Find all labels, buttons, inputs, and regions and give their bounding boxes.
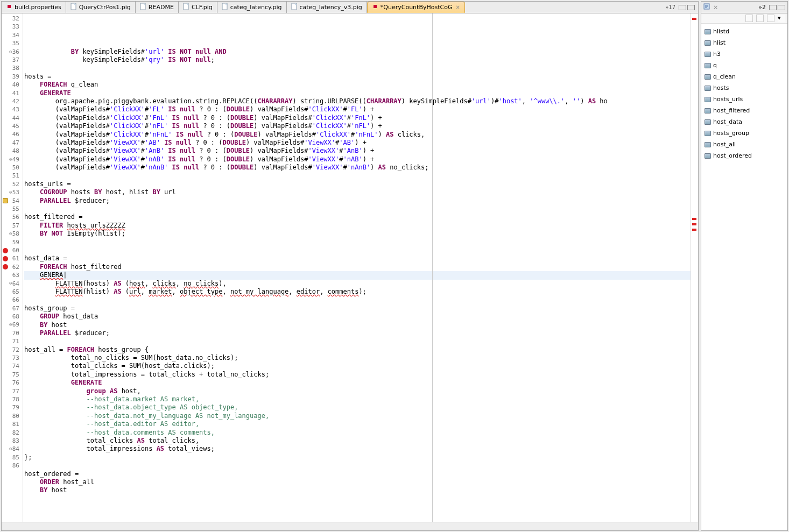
line-number[interactable]: 68 — [2, 313, 23, 321]
code-line[interactable]: PARALLEL $reducer; — [24, 329, 691, 337]
code-line[interactable]: hosts_group = — [24, 304, 691, 313]
line-number[interactable]: 46 — [2, 130, 23, 138]
outline-item-hosts[interactable]: hosts — [705, 82, 784, 94]
outline-close-icon[interactable]: × — [713, 4, 718, 11]
line-number[interactable]: 38 — [2, 64, 23, 72]
outline-item-host_ordered[interactable]: host_ordered — [705, 150, 784, 161]
outline-overflow-indicator[interactable]: »2 — [758, 4, 766, 11]
code-line[interactable]: PARALLEL $reducer; — [24, 197, 691, 205]
line-number[interactable]: 60 — [2, 246, 23, 254]
sort-az-icon[interactable] — [767, 15, 774, 22]
code-line[interactable]: total_clicks AS total_clicks, — [24, 437, 691, 445]
outline-item-hlistd[interactable]: hlistd — [705, 26, 784, 37]
line-number[interactable]: 64⊖ — [2, 280, 23, 288]
code-line[interactable]: FILTER hosts_urlsZZZZZ — [24, 222, 691, 230]
line-number[interactable]: 58⊖ — [2, 230, 23, 238]
code-line[interactable]: FLATTEN(hlist) AS (url, market, object_t… — [24, 288, 691, 296]
code-line[interactable] — [24, 337, 691, 345]
error-marker-icon[interactable] — [3, 264, 8, 269]
line-number[interactable]: 45 — [2, 122, 23, 130]
line-number[interactable]: 48 — [2, 147, 23, 155]
code-line[interactable] — [24, 462, 691, 470]
line-number[interactable]: 55 — [2, 205, 23, 213]
line-number[interactable]: 53⊖ — [2, 188, 23, 196]
line-number[interactable]: 75 — [2, 371, 23, 379]
line-number[interactable]: 83 — [2, 437, 23, 445]
editor-tab-3[interactable]: CLF.pig — [179, 2, 217, 13]
line-number[interactable]: 67 — [2, 304, 23, 313]
error-marker-icon[interactable] — [3, 256, 8, 261]
code-line[interactable]: BY host — [24, 321, 691, 329]
code-line[interactable]: (valMapFields#'ViewXX'#'nAB' IS null ? 0… — [24, 155, 691, 164]
code-line[interactable] — [24, 205, 691, 213]
minimize-icon[interactable] — [769, 5, 777, 10]
code-line[interactable]: (valMapFields#'ViewXX'#'AnB' IS null ? 0… — [24, 147, 691, 155]
code-line[interactable]: (valMapFields#'ViewXX'#'nAnB' IS null ? … — [24, 164, 691, 172]
line-number[interactable]: 39 — [2, 73, 23, 81]
line-number[interactable]: 66 — [2, 296, 23, 304]
tab-overflow-indicator[interactable]: »17 — [665, 4, 675, 10]
line-number[interactable]: 65 — [2, 288, 23, 296]
fold-toggle-icon[interactable]: ⊖ — [9, 230, 12, 238]
line-number[interactable]: 32 — [2, 15, 23, 23]
code-line[interactable]: FLATTEN(hosts) AS (host, clicks, no_clic… — [24, 280, 691, 288]
line-number[interactable]: 51 — [2, 172, 23, 180]
horizontal-scrollbar[interactable] — [2, 522, 698, 530]
line-number[interactable]: 49⊖ — [2, 155, 23, 164]
outline-item-hosts_urls[interactable]: hosts_urls — [705, 94, 784, 105]
code-line[interactable]: host_all = FOREACH hosts_group { — [24, 346, 691, 354]
line-number[interactable]: 84⊖ — [2, 445, 23, 453]
code-line[interactable]: hosts_urls = — [24, 180, 691, 188]
fold-toggle-icon[interactable]: ⊖ — [9, 48, 12, 56]
editor-tab-5[interactable]: categ_latency_v3.pig — [287, 2, 367, 13]
code-line[interactable]: hosts = — [24, 73, 691, 81]
line-number[interactable]: 34 — [2, 31, 23, 39]
line-number[interactable]: 78 — [2, 395, 23, 403]
code-line[interactable]: GENERATE — [24, 379, 691, 387]
line-number[interactable]: 47 — [2, 139, 23, 147]
code-line[interactable]: BY host — [24, 486, 691, 494]
editor-tab-4[interactable]: categ_latency.pig — [217, 2, 287, 13]
line-number[interactable]: 76 — [2, 379, 23, 387]
outline-item-q[interactable]: q — [705, 60, 784, 71]
code-line[interactable]: BY NOT IsEmpty(hlist); — [24, 230, 691, 238]
line-number[interactable]: 82 — [2, 429, 23, 437]
code-line[interactable]: GROUP host_data — [24, 313, 691, 321]
line-number[interactable]: 63 — [2, 271, 23, 279]
code-line[interactable]: --host_data.object_type AS object_type, — [24, 403, 691, 412]
code-line[interactable]: ORDER host_all — [24, 478, 691, 486]
code-line[interactable]: --host_data.not_my_language AS not_my_la… — [24, 412, 691, 420]
line-number[interactable]: 71 — [2, 337, 23, 345]
line-number[interactable]: 72 — [2, 346, 23, 354]
line-number[interactable]: 35 — [2, 39, 23, 47]
line-number[interactable]: 43 — [2, 105, 23, 114]
code-line[interactable]: keySimpleFields#'qry' IS NOT null; — [24, 56, 691, 64]
line-number[interactable]: 81 — [2, 420, 23, 428]
line-number[interactable]: 73 — [2, 354, 23, 362]
line-number[interactable]: 50 — [2, 164, 23, 172]
line-number[interactable]: 56 — [2, 213, 23, 221]
code-line[interactable] — [24, 246, 691, 254]
line-number[interactable]: 79 — [2, 403, 23, 412]
fold-toggle-icon[interactable]: ⊖ — [9, 155, 12, 164]
line-number[interactable]: 52 — [2, 180, 23, 188]
code-line[interactable]: (valMapFields#'ClickXX'#'nFnL' IS null ?… — [24, 131, 691, 139]
fold-toggle-icon[interactable]: ⊖ — [9, 445, 12, 453]
error-marker-icon[interactable] — [3, 248, 8, 253]
minimize-icon[interactable] — [679, 5, 686, 10]
line-number[interactable]: 41 — [2, 89, 23, 97]
line-number[interactable]: 59 — [2, 238, 23, 246]
line-number[interactable]: 86 — [2, 462, 23, 470]
line-number[interactable]: 74 — [2, 362, 23, 370]
collapse-all-icon[interactable] — [745, 15, 753, 22]
overview-ruler[interactable] — [691, 13, 698, 522]
line-number[interactable]: 40 — [2, 81, 23, 89]
outline-item-hosts_group[interactable]: hosts_group — [705, 127, 784, 139]
outline-item-host_data[interactable]: host_data — [705, 116, 784, 127]
code-line[interactable]: --host_data.market AS market, — [24, 395, 691, 403]
line-number[interactable]: 42 — [2, 97, 23, 105]
code-line[interactable]: (valMapFields#'ClickXX'#'nFL' IS null ? … — [24, 122, 691, 130]
code-line[interactable]: FOREACH q_clean — [24, 81, 691, 89]
code-line[interactable]: GENERATE — [24, 89, 691, 97]
code-line[interactable]: host_data = — [24, 254, 691, 263]
